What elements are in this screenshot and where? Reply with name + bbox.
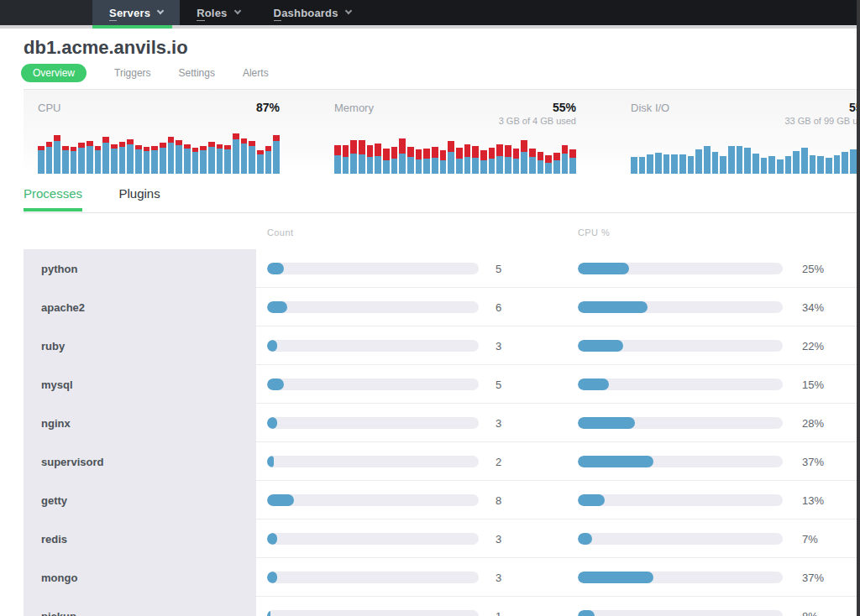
- chart-bar: [144, 147, 150, 174]
- column-header-cpu: CPU %: [578, 227, 610, 238]
- table-header: Count CPU %: [24, 213, 860, 249]
- table-row[interactable]: apache2634%: [24, 288, 860, 326]
- chart-bar: [671, 154, 678, 174]
- cpu-value: 37%: [802, 572, 824, 584]
- chart-bar: [399, 138, 406, 174]
- chart-bar: [737, 146, 743, 174]
- chart-bar: [834, 155, 841, 174]
- cpu-bar-fill: [578, 610, 595, 616]
- count-bar-fill: [267, 263, 284, 274]
- count-bar-fill: [267, 494, 294, 506]
- table-row[interactable]: ruby322%: [24, 326, 860, 365]
- chart-bar: [777, 159, 784, 174]
- chart-bar: [350, 140, 357, 174]
- process-metrics-cell: 328%: [256, 404, 860, 442]
- chart-bar: [208, 142, 215, 174]
- tab-processes[interactable]: Processes: [24, 186, 82, 211]
- cpu-value: 37%: [802, 456, 824, 468]
- chart-bar: [87, 141, 93, 174]
- table-row[interactable]: python525%: [24, 249, 860, 288]
- count-bar-fill: [267, 610, 270, 616]
- count-value: 5: [496, 378, 501, 391]
- process-name: mysql: [24, 365, 256, 404]
- chart-bar: [135, 145, 142, 174]
- table-row[interactable]: mongo337%: [24, 558, 860, 597]
- cpu-bars: [38, 132, 280, 174]
- chart-bar: [151, 146, 158, 174]
- page-title: db1.acme.anvils.io: [24, 37, 860, 59]
- tab-settings[interactable]: Settings: [179, 64, 215, 82]
- tab-alerts[interactable]: Alerts: [243, 64, 269, 82]
- cpu-chart-label: CPU: [38, 102, 60, 114]
- chart-bar: [71, 147, 77, 174]
- chart-bar: [752, 154, 759, 174]
- count-value: 3: [496, 417, 501, 430]
- tab-overview[interactable]: Overview: [21, 64, 87, 82]
- chart-bar: [679, 154, 686, 174]
- chevron-down-icon: [344, 8, 351, 14]
- chart-bar: [712, 152, 719, 174]
- count-value: 3: [496, 572, 501, 584]
- cpu-value: 28%: [802, 417, 824, 430]
- chart-bar: [826, 158, 832, 174]
- chart-bar: [54, 135, 60, 174]
- process-metrics-cell: 813%: [256, 481, 860, 519]
- chart-bar: [521, 140, 527, 174]
- chart-bar: [553, 153, 560, 174]
- chart-bar: [160, 143, 166, 174]
- cpu-bar-fill: [578, 340, 623, 352]
- chart-bar: [793, 151, 800, 174]
- cpu-bar: [578, 378, 783, 390]
- chart-bar: [78, 143, 85, 174]
- chart-bar: [38, 146, 45, 174]
- cpu-value: 34%: [802, 301, 824, 314]
- chart-bar: [192, 148, 199, 174]
- cpu-bar: [578, 263, 783, 274]
- chart-bar: [688, 156, 695, 174]
- process-name: apache2: [24, 288, 256, 326]
- server-tabs: Overview Triggers Settings Alerts: [21, 64, 860, 82]
- tab-plugins[interactable]: Plugins: [118, 186, 160, 208]
- table-row[interactable]: nginx328%: [24, 404, 860, 442]
- chart-bar: [375, 144, 381, 174]
- memory-chart-value: 55%: [553, 101, 576, 114]
- table-row[interactable]: getty813%: [24, 481, 860, 519]
- cpu-bar: [578, 572, 783, 583]
- memory-chart[interactable]: Memory 55% 3 GB of 4 GB used: [334, 101, 576, 175]
- process-metrics-cell: 322%: [256, 326, 860, 365]
- chart-bar: [440, 150, 447, 174]
- disk-io-chart[interactable]: Disk I/O 55% 33 GB of 99 GB used: [631, 101, 860, 175]
- metrics-strip: CPU 87% Memory 55% 3 GB of 4 GB used Dis…: [24, 89, 860, 175]
- chart-bar: [334, 145, 341, 174]
- table-row[interactable]: redis37%: [24, 519, 860, 558]
- process-metrics-cell: 37%: [256, 519, 860, 558]
- cpu-chart[interactable]: CPU 87%: [38, 101, 280, 175]
- chart-bar: [785, 156, 792, 174]
- process-metrics-cell: 515%: [256, 365, 860, 404]
- table-row[interactable]: supervisord237%: [24, 442, 860, 481]
- count-bar-fill: [267, 572, 277, 583]
- process-name: pickup: [24, 597, 256, 616]
- table-row[interactable]: mysql515%: [24, 365, 860, 404]
- count-value: 1: [496, 610, 501, 616]
- chart-bar: [695, 149, 702, 174]
- memory-chart-label: Memory: [334, 102, 374, 114]
- chart-bar: [464, 144, 471, 174]
- nav-item-roles[interactable]: Roles: [180, 0, 256, 25]
- nav-item-servers[interactable]: Servers: [92, 0, 180, 25]
- chart-bar: [343, 145, 349, 174]
- cpu-value: 8%: [802, 610, 818, 616]
- table-row[interactable]: pickup18%: [24, 597, 860, 616]
- nav-item-dashboards[interactable]: Dashboards: [257, 0, 368, 25]
- tab-triggers[interactable]: Triggers: [114, 64, 151, 82]
- count-bar-fill: [267, 533, 277, 545]
- cpu-bar: [578, 533, 783, 545]
- chart-bar: [663, 154, 670, 174]
- chart-bar: [359, 140, 365, 174]
- chart-bar: [761, 158, 768, 174]
- process-plugin-tabs: Processes Plugins: [24, 186, 860, 213]
- chart-bar: [249, 141, 255, 174]
- cpu-value: 7%: [802, 533, 818, 546]
- chart-bar: [176, 140, 182, 174]
- count-value: 8: [496, 494, 501, 507]
